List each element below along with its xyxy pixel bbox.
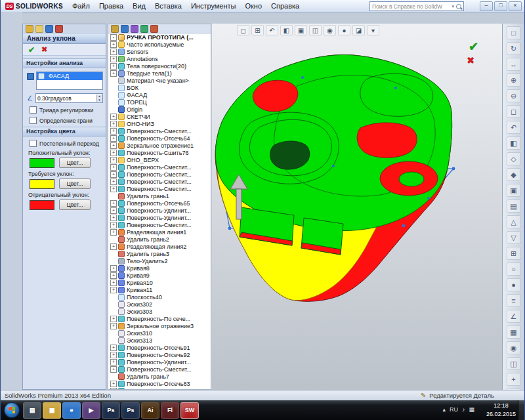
tree-expander-icon[interactable]: + — [110, 345, 117, 351]
help-tab-icon[interactable] — [45, 25, 53, 33]
trim-surface-icon[interactable]: ∠ — [507, 310, 521, 323]
tree-item[interactable]: +ОНО_ВЕРХ — [108, 156, 211, 163]
tree-expander-icon[interactable]: + — [110, 114, 117, 120]
menu-item-Окно[interactable]: Окно — [241, 1, 267, 10]
required-color-button[interactable]: Цвет... — [59, 178, 91, 189]
tree-expander-icon[interactable]: + — [110, 171, 117, 178]
tree-expander-icon[interactable]: + — [110, 164, 117, 171]
tree-item[interactable]: +Поверхность-По сече... — [108, 315, 211, 322]
tree-expander-icon[interactable]: + — [110, 366, 117, 373]
hidden-lines-icon[interactable]: ▤ — [507, 200, 521, 213]
tree-expander-icon[interactable]: + — [110, 200, 117, 207]
tree-item[interactable]: +Поверхность-Сшить76 — [108, 149, 211, 156]
show-desktop-button[interactable] — [518, 400, 524, 420]
tree-expander-icon[interactable]: + — [110, 135, 117, 142]
cancel-button[interactable]: ✖ — [41, 45, 47, 54]
maximize-button[interactable]: □ — [494, 1, 507, 11]
triad-checkbox[interactable] — [30, 106, 37, 114]
pin-tab-icon[interactable] — [35, 25, 43, 33]
menu-item-Вставка[interactable]: Вставка — [150, 1, 186, 10]
zoom-out-icon[interactable]: ⊖ — [507, 89, 521, 102]
tree-item[interactable]: +Эскиз303 — [108, 308, 211, 315]
view-orientation-icon[interactable]: ▣ — [295, 25, 307, 35]
menu-item-Файл[interactable]: Файл — [68, 1, 94, 10]
wireframe-icon[interactable]: ◇ — [507, 152, 521, 165]
knit-surface-icon[interactable]: ▦ — [507, 326, 521, 339]
zoom-fit-icon[interactable]: ◻ — [237, 25, 249, 35]
tree-expander-icon[interactable]: - — [110, 34, 117, 41]
tree-item[interactable]: +Поверхность-Отсечь65 — [108, 200, 211, 207]
section-view-icon[interactable]: ◧ — [280, 25, 293, 35]
offset-surface-icon[interactable]: ≡ — [507, 294, 521, 307]
tree-item[interactable]: +Origin — [108, 106, 211, 113]
tree-item[interactable]: +Поверхность-Сместит... — [108, 221, 211, 228]
taskbar-app-folder[interactable]: ▦ — [43, 402, 61, 419]
menu-item-Инструменты[interactable]: Инструменты — [186, 1, 241, 10]
negative-color-button[interactable]: Цвет... — [59, 200, 91, 210]
tree-item[interactable]: +Твердые тела(1) — [108, 70, 211, 77]
model-3d-view[interactable] — [212, 24, 503, 390]
tree-item[interactable]: +Плоскость40 — [108, 293, 211, 301]
tree-item[interactable]: -РУЧКА ПРОТОТИПА (... — [108, 33, 211, 41]
taskbar-app-media[interactable]: ▶ — [82, 402, 100, 419]
tree-expander-icon[interactable]: + — [110, 178, 117, 185]
zoom-fit-icon[interactable]: ◻ — [507, 105, 521, 118]
tree-item[interactable]: +ТОРЕЦ — [108, 98, 211, 106]
tree-item[interactable]: +Поверхность-Отсечь92 — [108, 351, 211, 358]
tree-item[interactable]: +Кривая10 — [108, 279, 211, 286]
tree-expander-icon[interactable]: + — [110, 323, 117, 329]
tree-item[interactable]: +Поверхность-Удлинит... — [108, 207, 211, 214]
tree-item[interactable]: +Поверхность-Отсечь83 — [108, 380, 211, 387]
search-input[interactable]: Поиск в Справке по SolidW — [372, 3, 450, 10]
propertymanager-tab-icon[interactable] — [26, 25, 33, 33]
model-negative-patch-3[interactable] — [380, 161, 438, 196]
taskbar-app-photoshop-1[interactable]: Ps — [102, 402, 120, 419]
ok-button[interactable]: ✔ — [28, 45, 35, 54]
start-button[interactable] — [4, 402, 20, 418]
tree-item[interactable]: +Поверхность-Сместит... — [108, 185, 211, 192]
menu-item-Вид[interactable]: Вид — [128, 1, 150, 10]
selection-listbox[interactable]: ФАСАД — [36, 72, 103, 90]
tree-item[interactable]: +Поверхность-Сместит... — [108, 366, 211, 373]
dimxpertmanager-tab-icon[interactable] — [140, 25, 148, 33]
tree-expander-icon[interactable]: + — [110, 207, 117, 214]
tree-item[interactable]: +Зеркальное отражение1 — [108, 142, 211, 149]
tree-expander-icon[interactable]: + — [110, 215, 117, 221]
tree-item[interactable]: +Эскиз310 — [108, 329, 211, 337]
extrude-surface-icon[interactable]: △ — [507, 215, 521, 228]
tree-expander-icon[interactable]: + — [110, 128, 117, 135]
tree-expander-icon[interactable]: + — [110, 352, 117, 358]
tree-item[interactable]: +Поверхность-Отсечь91 — [108, 344, 211, 351]
section-color-settings[interactable]: Настройка цвета — [23, 127, 106, 136]
tree-expander-icon[interactable]: + — [110, 381, 117, 387]
tree-item[interactable]: +Поверхность-Сместит... — [108, 178, 211, 185]
tree-expander-icon[interactable]: + — [110, 229, 117, 236]
tree-expander-icon[interactable]: + — [110, 63, 117, 70]
shaded-icon[interactable]: ◆ — [507, 168, 521, 181]
tray-network-icon[interactable]: ▦ — [469, 406, 474, 413]
tree-item[interactable]: +Удалить грань3 — [108, 250, 211, 257]
pan-icon[interactable]: ↔ — [507, 58, 521, 71]
hide-show-items-icon[interactable]: ◉ — [324, 25, 336, 35]
previous-view-icon[interactable]: ↶ — [266, 25, 278, 35]
extend-surface-icon[interactable]: ◫ — [507, 357, 521, 370]
edit-appearance-icon[interactable]: ● — [338, 25, 350, 35]
tree-item[interactable]: +Поверхность-Сместит... — [108, 127, 211, 135]
tree-item[interactable]: +Зеркальное отражение3 — [108, 322, 211, 329]
tree-item[interactable]: +Поверхность-Отсечь64 — [108, 135, 211, 142]
gradual-transition-checkbox[interactable] — [30, 140, 37, 147]
tree-item[interactable]: +БОК — [108, 84, 211, 91]
positive-color-button[interactable]: Цвет... — [59, 158, 91, 168]
tree-expander-icon[interactable]: + — [110, 316, 117, 322]
tree-item[interactable]: +Удалить грань7 — [108, 373, 211, 380]
taskbar-app-browser[interactable]: e — [62, 402, 81, 419]
tree-item[interactable]: +Удалить грань2 — [108, 236, 211, 243]
apply-scene-icon[interactable]: ◪ — [352, 25, 365, 35]
featuremanager-tab-icon[interactable] — [111, 25, 119, 33]
tree-expander-icon[interactable]: + — [110, 150, 117, 156]
tray-language-icon[interactable]: RU — [450, 406, 458, 413]
tree-item[interactable]: +Удалить грань1 — [108, 192, 211, 200]
taskbar-app-explorer[interactable]: ▤ — [23, 402, 41, 419]
viewport-ok-button[interactable]: ✔ — [469, 39, 478, 54]
tree-item[interactable]: +Тело-Удалить2 — [108, 257, 211, 264]
